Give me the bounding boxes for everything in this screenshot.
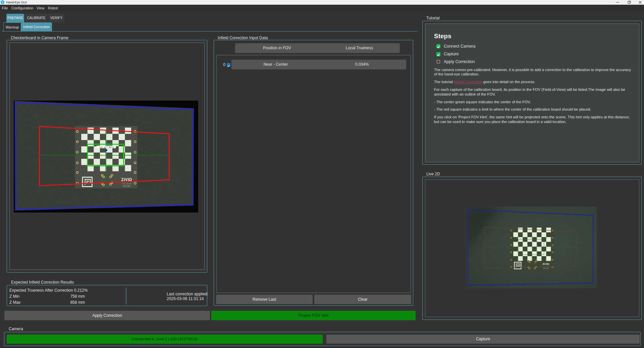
svg-text:7 x 8 - 30 mm: 7 x 8 - 30 mm — [122, 183, 131, 185]
svg-text:ZiVID: ZiVID — [542, 263, 549, 266]
svg-text:ZVD-CB01: ZVD-CB01 — [543, 268, 549, 269]
svg-text:ZVD-CB01: ZVD-CB01 — [123, 185, 130, 187]
svg-text:| 4.6, -13.7, 862.4|: | 4.6, -13.7, 862.4| — [99, 146, 114, 148]
